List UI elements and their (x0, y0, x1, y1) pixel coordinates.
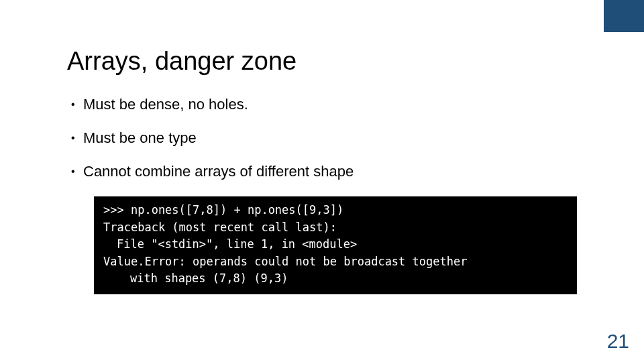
code-line: Traceback (most recent call last): (103, 219, 568, 237)
code-line: Value.Error: operands could not be broad… (103, 253, 568, 271)
code-line: >>> np.ones([7,8]) + np.ones([9,3]) (103, 202, 568, 219)
bullet-item: Must be one type (71, 129, 577, 147)
slide-title: Arrays, danger zone (67, 47, 577, 76)
accent-bar (604, 0, 644, 32)
page-number: 21 (607, 330, 629, 353)
bullet-list: Must be dense, no holes. Must be one typ… (67, 96, 577, 180)
slide-content: Arrays, danger zone Must be dense, no ho… (0, 0, 644, 294)
code-line: File "<stdin>", line 1, in <module> (103, 236, 568, 253)
code-block: >>> np.ones([7,8]) + np.ones([9,3])Trace… (94, 196, 577, 294)
code-line: with shapes (7,8) (9,3) (103, 270, 568, 288)
bullet-item: Must be dense, no holes. (71, 96, 577, 113)
bullet-item: Cannot combine arrays of different shape (71, 163, 577, 180)
